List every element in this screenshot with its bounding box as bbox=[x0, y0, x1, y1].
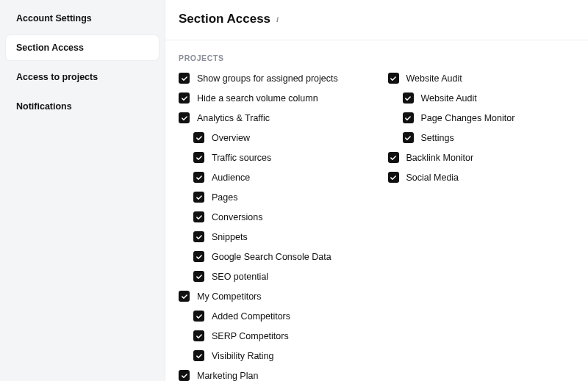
check-row: Analytics & Traffic bbox=[179, 112, 366, 123]
checkbox[interactable] bbox=[179, 73, 190, 84]
check-label: Google Search Console Data bbox=[212, 252, 331, 262]
check-icon bbox=[196, 233, 203, 241]
check-row: Marketing Plan bbox=[179, 370, 366, 381]
page-title: Section Access i bbox=[179, 12, 279, 26]
check-icon bbox=[181, 95, 188, 102]
check-icon bbox=[404, 134, 412, 142]
main: Section Access i PROJECTS Show groups fo… bbox=[165, 0, 588, 381]
check-label: Backlink Monitor bbox=[406, 153, 474, 163]
check-row: Page Changes Monitor bbox=[403, 112, 576, 123]
check-icon bbox=[390, 174, 397, 181]
checkbox[interactable] bbox=[179, 112, 190, 123]
checkbox[interactable] bbox=[179, 291, 190, 302]
checkbox[interactable] bbox=[388, 172, 399, 183]
check-label: SEO potential bbox=[212, 272, 268, 282]
content: PROJECTS Show groups for assigned projec… bbox=[165, 40, 588, 381]
check-icon bbox=[196, 313, 203, 320]
checkbox[interactable] bbox=[193, 172, 204, 183]
check-row: Audience bbox=[193, 172, 366, 183]
check-label: Traffic sources bbox=[212, 153, 271, 163]
check-icon bbox=[196, 273, 203, 280]
check-row: Social Media bbox=[388, 172, 576, 183]
check-label: Overview bbox=[212, 133, 250, 143]
checkbox[interactable] bbox=[193, 251, 204, 262]
check-label: Conversions bbox=[212, 212, 262, 222]
check-row: Traffic sources bbox=[193, 152, 366, 163]
column-right: Website Audit Website Audit Page Changes… bbox=[388, 73, 576, 381]
check-label: Show groups for assigned projects bbox=[197, 73, 338, 84]
checkbox[interactable] bbox=[193, 192, 204, 203]
check-icon bbox=[196, 134, 203, 142]
check-label: Hide a search volume column bbox=[197, 93, 318, 104]
sidebar-item-account-settings[interactable]: Account Settings bbox=[6, 6, 159, 31]
check-icon bbox=[196, 194, 203, 201]
check-icon bbox=[181, 115, 188, 122]
check-label: Visibility Rating bbox=[212, 351, 274, 361]
checkbox[interactable] bbox=[403, 92, 414, 104]
check-icon bbox=[181, 293, 188, 300]
check-label: Audience bbox=[212, 173, 250, 183]
check-row: Website Audit bbox=[388, 73, 576, 84]
sidebar-item-notifications[interactable]: Notifications bbox=[6, 94, 159, 119]
check-row: Visibility Rating bbox=[193, 350, 366, 361]
check-label: Settings bbox=[421, 133, 454, 143]
check-icon bbox=[404, 95, 412, 102]
check-row: SEO potential bbox=[193, 271, 366, 282]
check-icon bbox=[196, 333, 203, 340]
sidebar-item-access-to-projects[interactable]: Access to projects bbox=[6, 65, 159, 90]
checkbox[interactable] bbox=[193, 231, 204, 242]
checkbox[interactable] bbox=[193, 152, 204, 163]
check-icon bbox=[181, 372, 188, 380]
columns: Show groups for assigned projects Hide a… bbox=[179, 73, 575, 381]
checkbox[interactable] bbox=[193, 311, 204, 322]
checkbox[interactable] bbox=[193, 211, 204, 222]
sidebar: Account Settings Section Access Access t… bbox=[0, 0, 165, 381]
check-icon bbox=[196, 214, 203, 221]
page-title-text: Section Access bbox=[179, 12, 270, 26]
check-icon bbox=[181, 75, 188, 82]
check-icon bbox=[196, 352, 203, 360]
checkbox[interactable] bbox=[179, 92, 190, 104]
check-row: Added Competitors bbox=[193, 311, 366, 322]
check-row: Settings bbox=[403, 132, 576, 143]
checkbox[interactable] bbox=[193, 271, 204, 282]
checkbox[interactable] bbox=[179, 370, 190, 381]
check-label: Social Media bbox=[406, 173, 459, 183]
group-heading-projects: PROJECTS bbox=[179, 54, 575, 62]
check-label: SERP Competitors bbox=[212, 331, 289, 341]
check-label: Website Audit bbox=[406, 73, 462, 84]
check-label: Marketing Plan bbox=[197, 371, 258, 381]
checkbox[interactable] bbox=[193, 350, 204, 361]
check-icon bbox=[196, 154, 203, 162]
check-label: My Competitors bbox=[197, 291, 262, 302]
check-label: Website Audit bbox=[421, 93, 477, 104]
check-row: SERP Competitors bbox=[193, 330, 366, 341]
checkbox[interactable] bbox=[388, 152, 399, 163]
checkbox[interactable] bbox=[403, 132, 414, 143]
check-label: Pages bbox=[212, 192, 237, 203]
page-header: Section Access i bbox=[165, 0, 588, 40]
checkbox[interactable] bbox=[193, 330, 204, 341]
check-label: Page Changes Monitor bbox=[421, 113, 515, 123]
check-icon bbox=[196, 174, 203, 181]
check-icon bbox=[404, 115, 412, 122]
check-row: Website Audit bbox=[403, 92, 576, 104]
column-left: Show groups for assigned projects Hide a… bbox=[179, 73, 366, 381]
check-label: Analytics & Traffic bbox=[197, 113, 270, 123]
checkbox[interactable] bbox=[403, 112, 414, 123]
check-row: Conversions bbox=[193, 211, 366, 222]
checkbox[interactable] bbox=[193, 132, 204, 143]
info-icon[interactable]: i bbox=[276, 15, 279, 23]
checkbox[interactable] bbox=[388, 73, 399, 84]
check-label: Added Competitors bbox=[212, 311, 290, 322]
check-label: Snippets bbox=[212, 232, 248, 242]
check-icon bbox=[196, 253, 203, 261]
check-row: My Competitors bbox=[179, 291, 366, 302]
check-row: Overview bbox=[193, 132, 366, 143]
check-row: Pages bbox=[193, 192, 366, 203]
check-row: Hide a search volume column bbox=[179, 92, 366, 104]
check-row: Google Search Console Data bbox=[193, 251, 366, 262]
sidebar-item-section-access[interactable]: Section Access bbox=[6, 35, 159, 60]
check-row: Show groups for assigned projects bbox=[179, 73, 366, 84]
check-icon bbox=[390, 75, 397, 82]
